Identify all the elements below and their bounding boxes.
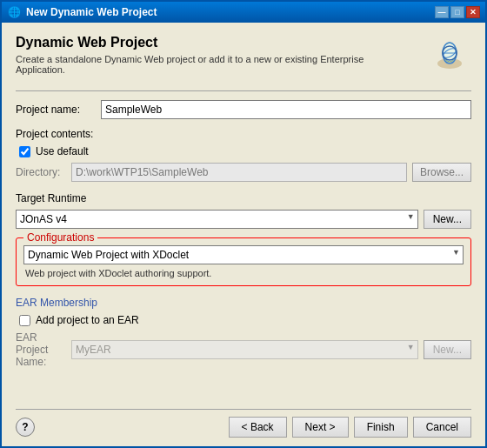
window-icon: 🌐 [7, 5, 21, 19]
add-to-ear-row: Add project to an EAR [16, 314, 471, 326]
new-runtime-button[interactable]: New... [424, 210, 471, 229]
directory-row: Directory: Browse... [16, 163, 471, 182]
page-description: Create a standalone Dynamic Web project … [16, 54, 398, 75]
add-to-ear-checkbox[interactable] [19, 315, 30, 326]
project-name-label: Project name: [16, 104, 94, 116]
header-section: Dynamic Web Project Create a standalone … [16, 35, 471, 78]
header-text: Dynamic Web Project Create a standalone … [16, 35, 398, 75]
cancel-button[interactable]: Cancel [413, 417, 471, 438]
directory-input [71, 163, 407, 182]
ear-membership-section: EAR Membership Add project to an EAR EAR… [16, 293, 471, 368]
browse-button[interactable]: Browse... [412, 163, 471, 182]
finish-button[interactable]: Finish [354, 417, 408, 438]
button-row: ? < Back Next > Finish Cancel [16, 409, 471, 438]
target-runtime-label: Target Runtime [16, 192, 471, 204]
use-default-checkbox[interactable] [19, 146, 30, 157]
add-to-ear-label[interactable]: Add project to an EAR [36, 314, 139, 326]
config-select[interactable]: Dynamic Web Project with XDoclet [23, 245, 464, 264]
runtime-select-wrapper: JOnAS v4 [16, 210, 418, 229]
directory-label: Directory: [16, 166, 66, 178]
back-button[interactable]: < Back [229, 417, 287, 438]
header-divider [16, 90, 471, 91]
ear-project-name-label: EAR Project Name: [16, 331, 66, 368]
window-title: New Dynamic Web Project [26, 6, 430, 18]
window-controls: — □ ✕ [435, 6, 480, 18]
ear-project-row: EAR Project Name: MyEAR New... [16, 331, 471, 368]
ear-membership-title: EAR Membership [16, 297, 471, 309]
header-icon [428, 35, 471, 78]
main-window: 🌐 New Dynamic Web Project — □ ✕ Dynamic … [0, 0, 487, 448]
project-contents-label: Project contents: [16, 128, 471, 140]
use-default-row: Use default [16, 145, 471, 157]
config-select-wrapper: Dynamic Web Project with XDoclet [23, 245, 464, 264]
use-default-label[interactable]: Use default [36, 145, 89, 157]
ear-select-wrapper: MyEAR [71, 340, 418, 359]
config-description: Web project with XDoclet authoring suppo… [23, 268, 464, 278]
ear-new-button: New... [424, 340, 471, 359]
minimize-button[interactable]: — [435, 6, 449, 18]
project-name-row: Project name: [16, 100, 471, 119]
dialog-content: Dynamic Web Project Create a standalone … [2, 23, 485, 404]
configurations-group: Configurations Dynamic Web Project with … [16, 237, 471, 286]
title-bar: 🌐 New Dynamic Web Project — □ ✕ [2, 2, 485, 23]
target-runtime-section: Target Runtime JOnAS v4 New... [16, 189, 471, 229]
next-button[interactable]: Next > [292, 417, 349, 438]
project-contents-section: Project contents: Use default Directory:… [16, 126, 471, 182]
project-name-input[interactable] [101, 100, 471, 119]
help-button[interactable]: ? [16, 418, 35, 437]
runtime-select-row: JOnAS v4 New... [16, 210, 471, 229]
page-title: Dynamic Web Project [16, 35, 398, 50]
close-button[interactable]: ✕ [466, 6, 480, 18]
configurations-title: Configurations [23, 231, 97, 244]
ear-project-select: MyEAR [71, 340, 418, 359]
footer-area: ? < Back Next > Finish Cancel [2, 404, 485, 446]
runtime-select[interactable]: JOnAS v4 [16, 210, 418, 229]
maximize-button[interactable]: □ [450, 6, 464, 18]
